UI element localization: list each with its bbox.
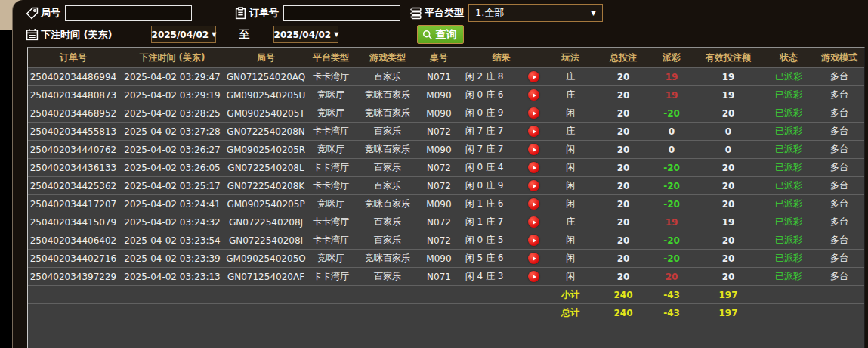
cell-payout: 19 [650,217,693,228]
list-icon [409,7,422,20]
result-text: 闲 1 庄 7 [459,216,510,228]
cell-payout: 19 [650,72,693,82]
cell-payout: -20 [650,235,693,246]
replay-play-button[interactable] [528,71,539,82]
cell-bet-type: 闲 [544,252,597,265]
cell-round-no: GM0902540205U [226,90,306,101]
cell-bet-time: 2025-04-02 03:23:13 [119,272,226,282]
cell-bet-time: 2025-04-02 03:27:28 [119,126,226,137]
cell-game-type: 竞咪百家乐 [356,89,419,101]
cell-order-no: 250402034440762 [28,144,119,155]
result-text: 闲 4 庄 3 [459,270,510,283]
table-body: 250402034486994 2025-04-02 03:29:47 GN07… [28,67,864,322]
order-no-input[interactable] [283,5,400,21]
play-icon [533,129,536,134]
cell-bet-type: 闲 [544,107,597,120]
date-from-picker[interactable]: 2025/04/02 ▼ [151,26,216,43]
table-total-row: 总计 240 -43 197 [28,303,864,322]
cell-status: 已派彩 [763,89,814,101]
replay-play-button[interactable] [528,107,539,119]
cell-valid-bet: 20 [693,253,763,264]
date-range-to-label: 至 [239,28,249,42]
result-text: 闲 0 庄 6 [459,89,510,101]
cell-total-bet: 20 [597,126,650,137]
play-icon [533,111,536,116]
column-header: 派彩 [650,51,693,64]
cell-platform-type: 卡卡湾厅 [306,270,356,283]
cell-result: 闲 5 庄 6 [459,252,544,265]
replay-play-button[interactable] [528,126,539,137]
replay-play-button[interactable] [528,271,539,282]
replay-play-button[interactable] [528,216,539,228]
calendar-icon [26,28,39,41]
cell-bet-type: 闲 [544,179,597,192]
cell-platform-type: 竞咪厅 [306,107,356,120]
cell-valid-bet: 20 [693,163,763,173]
cell-bet-type: 庄 [544,70,597,83]
cell-bet-type: 闲 [544,143,597,156]
replay-play-button[interactable] [528,89,539,101]
cell-status: 已派彩 [763,216,814,228]
replay-play-button[interactable] [528,235,539,246]
cell-valid-bet: 20 [693,235,763,246]
cell-game-type: 竞咪百家乐 [356,252,419,265]
cell-payout: 20 [650,272,693,282]
cell-game-mode: 多台 [814,143,864,156]
cell-table-no: N072 [419,181,459,191]
column-header: 游戏类型 [356,51,419,64]
cell-total-bet: 20 [597,144,650,155]
cell-payout: 0 [650,126,693,137]
cell-bet-time: 2025-04-02 03:26:27 [119,144,226,155]
platform-type-select[interactable]: 1.全部 ▼ [468,4,603,22]
cell-table-no: N071 [419,72,459,82]
cell-bet-time: 2025-04-02 03:28:25 [119,108,226,119]
cell-game-type: 竞咪百家乐 [356,143,419,156]
cell-total-bet: 20 [597,217,650,228]
cell-round-no: GN0722540208L [226,163,306,173]
play-icon [533,75,536,79]
cell-table-no: M090 [419,144,459,155]
cell-game-type: 百家乐 [356,70,419,83]
result-text: 闲 0 庄 4 [459,161,510,174]
cell-result: 闲 0 庄 4 [459,161,544,174]
date-to-picker[interactable]: 2025/04/02 ▼ [273,26,338,43]
replay-play-button[interactable] [528,198,539,210]
replay-play-button[interactable] [528,144,539,155]
cell-round-no: GN0722540208I [226,235,306,246]
cell-payout: -20 [650,108,693,119]
cell-result: 闲 0 庄 9 [459,107,544,120]
chevron-down-icon: ▼ [591,9,596,17]
table-row: 250402034425362 2025-04-02 03:25:17 GN07… [28,176,864,194]
cell-table-no: M090 [419,108,459,119]
cell-bet-type: 闲 [544,161,597,174]
play-icon [533,220,536,225]
replay-play-button[interactable] [528,162,539,173]
table-row: 250402034486994 2025-04-02 03:29:47 GN07… [28,67,864,85]
cell-game-type: 百家乐 [356,179,419,192]
cell-bet-time: 2025-04-02 03:24:32 [119,217,226,228]
round-no-input[interactable] [65,5,192,21]
query-button[interactable]: 查询 [417,25,464,44]
cell-valid-bet: 0 [693,144,763,155]
cell-status: 已派彩 [763,70,814,83]
cell-bet-time: 2025-04-02 03:24:41 [119,199,226,210]
filter-bar: 局号 订单号 平台类型 1.全部 [13,0,868,46]
cell-valid-bet: 20 [693,199,763,210]
table-row: 250402034397229 2025-04-02 03:23:13 GN07… [28,267,864,285]
cell-status: 已派彩 [763,197,814,210]
cell-status: 已派彩 [763,252,814,265]
cell-game-type: 百家乐 [356,234,419,247]
cell-bet-type: 庄 [544,216,597,228]
replay-play-button[interactable] [528,180,539,191]
platform-type-value: 1.全部 [475,6,504,20]
cell-status: 已派彩 [763,107,814,120]
cell-game-type: 百家乐 [356,270,419,283]
replay-play-button[interactable] [528,253,539,264]
result-text: 闲 5 庄 6 [459,252,510,265]
cell-platform-type: 卡卡湾厅 [306,234,356,247]
clipboard-icon [234,7,247,20]
cell-bet-type: 庄 [544,125,597,138]
cell-round-no: GM0902540205T [226,108,306,119]
table-row: 250402034402716 2025-04-02 03:23:39 GM09… [28,249,864,267]
cell-order-no: 250402034417207 [28,199,119,210]
